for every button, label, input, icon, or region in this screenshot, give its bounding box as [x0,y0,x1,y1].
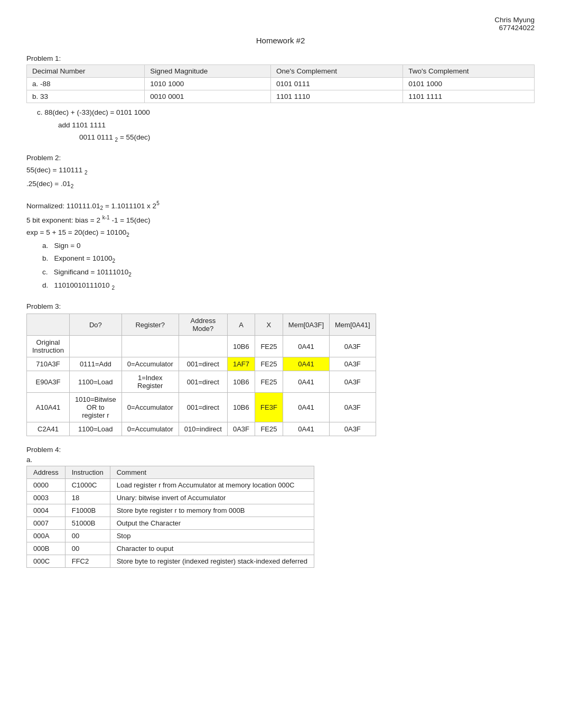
problem4-section: Problem 4: a. Address Instruction Commen… [26,446,535,568]
table-row: 000B 00 Character to ouput [27,542,314,555]
p3-r4-addr: 010=indirect [179,422,227,436]
p4-r0-comment: Load register r from Accumulator at memo… [110,479,314,492]
p3-r1-mem1: 0A41 [283,357,329,371]
p4-r2-instr: F1000B [65,504,110,517]
p1-col-ones: One's Complement [270,65,403,78]
table-row: 710A3F 0111=Add 0=Accumulator 001=direct… [27,357,376,371]
p3-col-0 [27,314,70,336]
p4-r6-comment: Store byte to register (indexed register… [110,555,314,568]
p1-row1-signed: 1010 1000 [145,78,271,90]
author-name: Chris Myung [494,16,535,24]
problem3-section: Problem 3: Do? Register? AddressMode? A … [26,302,535,436]
p3-r0-x: FE25 [255,336,283,357]
p2-item-a: a. Sign = 0 [42,239,535,252]
p3-r0-addr [179,336,227,357]
p3-r3-reg: 0=Accumulator [121,393,179,422]
p3-r2-x: FE25 [255,371,283,393]
p3-r2-do: 1100=Load [69,371,121,393]
p1-row2-ones: 1101 1110 [270,90,403,103]
p4-col-comment: Comment [110,466,314,479]
p3-r3-c0: A10A41 [27,393,70,422]
author-id: 677424022 [499,24,535,32]
p4-r1-instr: 18 [65,492,110,504]
p3-r1-addr: 001=direct [179,357,227,371]
p3-r1-reg: 0=Accumulator [121,357,179,371]
p4-col-addr: Address [27,466,66,479]
p2-item-c: c. Significand = 101110102 [42,266,535,280]
p4-r6-instr: FFC2 [65,555,110,568]
problem1-label: Problem 1: [26,54,535,62]
p1-row1-decimal: a. -88 [27,78,145,90]
p4-r4-comment: Stop [110,530,314,542]
p2-item-b: b. Exponent = 101002 [42,252,535,266]
table-row: A10A41 1010=BitwiseOR toregister r 0=Acc… [27,393,376,422]
p3-r1-mem2: 0A3F [330,357,376,371]
table-row: a. -88 1010 1000 0101 0111 0101 1000 [27,78,535,90]
p3-r2-mem1: 0A41 [283,371,329,393]
p1-row2-twos: 1101 1111 [403,90,535,103]
p2-normalized: Normalized: 110111.012 = 1.1011101 x 25 [26,199,535,213]
p3-col-addr: AddressMode? [179,314,227,336]
p1-add-line2: add 1101 1111 [58,119,535,132]
table-row: 000A 00 Stop [27,530,314,542]
p3-r2-a: 10B6 [227,371,255,393]
p3-r4-c0: C2A41 [27,422,70,436]
problem1-section: Problem 1: Decimal Number Signed Magnitu… [26,54,535,144]
problem2-label: Problem 2: [26,154,535,162]
p1-add-line1: c. 88(dec) + (-33)(dec) = 0101 1000 [37,106,535,119]
problem4-sublabel: a. [26,456,535,464]
author-block: Chris Myung 677424022 [26,16,535,32]
p3-r3-x: FE3F [255,393,283,422]
p1-add-line3: 0011 0111 2 = 55(dec) [79,131,535,144]
table-row: 000C FFC2 Store byte to register (indexe… [27,555,314,568]
p2-item-d: d. 11010010111010 2 [42,279,535,293]
p4-r2-comment: Store byte register r to memory from 000… [110,504,314,517]
p1-row2-signed: 0010 0001 [145,90,271,103]
p3-r2-addr: 001=direct [179,371,227,393]
p4-r0-instr: C1000C [65,479,110,492]
problem4-table: Address Instruction Comment 0000 C1000C … [26,466,314,568]
p3-col-do: Do? [69,314,121,336]
p3-r0-do [69,336,121,357]
p4-r5-comment: Character to ouput [110,542,314,555]
p3-r0-mem1: 0A41 [283,336,329,357]
p4-r1-comment: Unary: bitwise invert of Accumulator [110,492,314,504]
p4-r2-addr: 0004 [27,504,66,517]
p4-r0-addr: 0000 [27,479,66,492]
p4-r4-instr: 00 [65,530,110,542]
p3-r3-a: 10B6 [227,393,255,422]
p4-r3-addr: 0007 [27,517,66,530]
p3-r4-mem1: 0A41 [283,422,329,436]
table-row: 0000 C1000C Load register r from Accumul… [27,479,314,492]
p3-r4-x: FE25 [255,422,283,436]
page-title: Homework #2 [26,36,535,45]
p2-line1: 55(dec) = 110111 2 [26,164,535,177]
p4-col-instr: Instruction [65,466,110,479]
p3-r2-reg: 1=IndexRegister [121,371,179,393]
p1-row2-decimal: b. 33 [27,90,145,103]
p4-r5-instr: 00 [65,542,110,555]
p3-col-x: X [255,314,283,336]
table-row: 0007 51000B Output the Character [27,517,314,530]
p3-col-a: A [227,314,255,336]
table-row: OriginalInstruction 10B6 FE25 0A41 0A3F [27,336,376,357]
p4-r3-instr: 51000B [65,517,110,530]
p1-col-twos: Two's Complement [403,65,535,78]
p2-line2: .25(dec) = .012 [26,178,535,191]
p3-col-mem2: Mem[0A41] [330,314,376,336]
p1-row1-ones: 0101 0111 [270,78,403,90]
p3-r0-mem2: 0A3F [330,336,376,357]
p4-r3-comment: Output the Character [110,517,314,530]
problem3-table: Do? Register? AddressMode? A X Mem[0A3F]… [26,314,376,436]
p1-col-decimal: Decimal Number [27,65,145,78]
p3-r3-addr: 001=direct [179,393,227,422]
problem2-section: Problem 2: 55(dec) = 110111 2 .25(dec) =… [26,154,535,293]
p3-r1-a: 1AF7 [227,357,255,371]
p3-r3-do: 1010=BitwiseOR toregister r [69,393,121,422]
p4-r4-addr: 000A [27,530,66,542]
problem1-table: Decimal Number Signed Magnitude One's Co… [26,64,535,103]
p3-r2-c0: E90A3F [27,371,70,393]
table-row: b. 33 0010 0001 1101 1110 1101 1111 [27,90,535,103]
p3-col-mem1: Mem[0A3F] [283,314,329,336]
p3-r4-do: 1100=Load [69,422,121,436]
